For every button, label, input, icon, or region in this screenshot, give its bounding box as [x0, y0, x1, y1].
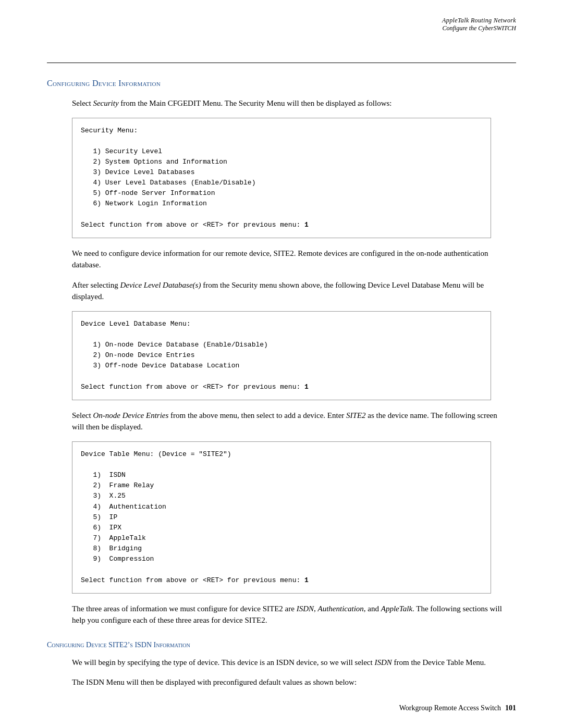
code-line: 8) Bridging: [81, 544, 482, 554]
code-bold: 1: [304, 383, 309, 391]
para5-italic3: AppleTalk: [381, 604, 412, 613]
header-line2: Configure the CyberSWITCH: [442, 24, 516, 32]
para1-italic: Security: [93, 99, 118, 107]
code-line: 2) Frame Relay: [81, 480, 482, 491]
section2-para1: We will begin by specifying the type of …: [72, 657, 506, 669]
code-line: 6) Network Login Information: [81, 199, 482, 209]
header-title-italic: AppleTalk Routing Network: [442, 17, 516, 24]
code-line: 9) Compression: [81, 554, 482, 564]
code-line: 7) AppleTalk: [81, 533, 482, 544]
section1-heading: Configuring Device Information: [47, 79, 516, 88]
code-box-3: Device Table Menu: (Device = "SITE2") 1)…: [72, 441, 491, 594]
page-header: AppleTalk Routing Network Configure the …: [442, 17, 516, 32]
code-line: Select function from above or <RET> for …: [81, 220, 482, 230]
code-line: 5) Off-node Server Information: [81, 188, 482, 199]
code-line: 3) X.25: [81, 491, 482, 501]
para5-italic1: ISDN: [297, 604, 314, 613]
code-line: Device Level Database Menu:: [81, 319, 482, 329]
section1-para3: After selecting Device Level Database(s)…: [72, 279, 506, 303]
code-box-2: Device Level Database Menu: 1) On-node D…: [72, 311, 491, 400]
section2-heading: Configuring Device SITE2’s ISDN Informat…: [47, 641, 516, 649]
section1-para5: The three areas of information we must c…: [72, 603, 506, 626]
code-line: [81, 209, 482, 220]
para4-italic2: SITE2: [346, 411, 366, 419]
code-line: 5) IP: [81, 512, 482, 523]
footer-page-number: 101: [505, 704, 516, 712]
code-line: 2) On-node Device Entries: [81, 350, 482, 361]
section1-para1: Select Security from the Main CFGEDIT Me…: [72, 97, 506, 109]
code-line: 6) IPX: [81, 523, 482, 533]
header-divider: [47, 63, 516, 63]
code-line: Device Table Menu: (Device = "SITE2"): [81, 449, 482, 460]
section2-para2: The ISDN Menu will then be displayed wit…: [72, 676, 506, 688]
code-line: [81, 136, 482, 146]
section2-italic1: ISDN: [374, 658, 391, 667]
code-box-1: Security Menu: 1) Security Level 2) Syst…: [72, 118, 491, 238]
code-line: 2) System Options and Information: [81, 157, 482, 167]
code-line: [81, 372, 482, 382]
para4-italic1: On-node Device Entries: [93, 411, 168, 419]
code-line: Select function from above or <RET> for …: [81, 575, 482, 586]
code-line: Security Menu:: [81, 126, 482, 136]
page-footer: Workgroup Remote Access Switch 101: [0, 704, 563, 712]
code-line: Select function from above or <RET> for …: [81, 382, 482, 392]
footer-text: Workgroup Remote Access Switch: [399, 704, 501, 712]
section1-para2: We need to configure device information …: [72, 248, 506, 271]
para5-italic2: Authentication: [318, 604, 364, 613]
code-line: 3) Device Level Databases: [81, 167, 482, 178]
page-container: AppleTalk Routing Network Configure the …: [0, 0, 563, 728]
code-line: 3) Off-node Device Database Location: [81, 361, 482, 371]
code-line: 1) On-node Device Database (Enable/Disab…: [81, 340, 482, 350]
para3-italic: Device Level Database(s): [120, 281, 201, 289]
code-line: [81, 329, 482, 340]
code-line: [81, 564, 482, 575]
code-line: 1) Security Level: [81, 146, 482, 157]
code-line: [81, 460, 482, 470]
code-line: 4) User Level Databases (Enable/Disable): [81, 178, 482, 188]
section1-para4: Select On-node Device Entries from the a…: [72, 410, 506, 433]
code-bold: 1: [304, 221, 309, 229]
code-line: 1) ISDN: [81, 470, 482, 480]
code-line: 4) Authentication: [81, 502, 482, 512]
code-bold: 1: [304, 576, 309, 584]
header-line1: AppleTalk Routing Network: [442, 17, 516, 24]
